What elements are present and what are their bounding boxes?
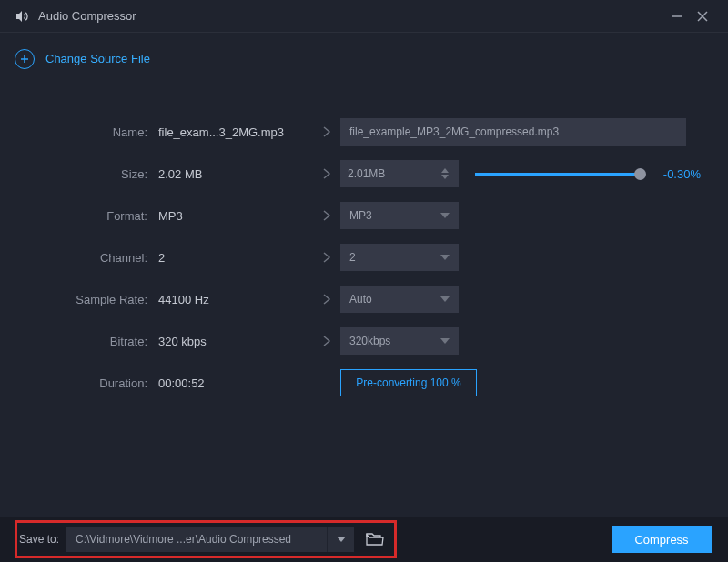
channel-value: 2 [158, 251, 313, 265]
source-file-bar: Change Source File [0, 33, 728, 85]
sample-rate-label: Sample Rate: [27, 293, 158, 306]
sample-rate-value: 44100 Hz [158, 293, 313, 306]
chevron-down-icon [337, 537, 346, 542]
save-to-path-input[interactable] [66, 527, 327, 552]
chevron-down-icon [440, 296, 450, 302]
name-value: file_exam...3_2MG.mp3 [158, 125, 313, 139]
window-title: Audio Compressor [38, 9, 136, 23]
row-name: Name: file_exam...3_2MG.mp3 [27, 111, 701, 153]
chevron-right-icon [313, 251, 340, 264]
size-value: 2.02 MB [158, 167, 313, 181]
save-to-dropdown[interactable] [327, 527, 354, 552]
save-to-group: Save to: [15, 520, 397, 558]
bitrate-select[interactable]: 320kbps [340, 327, 459, 355]
chevron-right-icon [313, 209, 340, 222]
size-slider[interactable] [475, 165, 640, 183]
preconvert-button[interactable]: Pre-converting 100 % [340, 369, 477, 396]
row-format: Format: MP3 MP3 [27, 195, 701, 236]
chevron-down-icon [440, 255, 450, 260]
change-source-file-link[interactable]: Change Source File [46, 52, 150, 65]
stepper-down-icon[interactable] [439, 175, 451, 180]
bitrate-select-value: 320kbps [349, 335, 390, 347]
format-select-value: MP3 [349, 209, 372, 222]
stepper-up-icon[interactable] [439, 168, 451, 174]
size-percent: -0.30% [663, 167, 701, 181]
svg-marker-6 [441, 175, 449, 179]
format-label: Format: [27, 209, 158, 223]
main-form: Name: file_exam...3_2MG.mp3 Size: 2.02 M… [0, 85, 728, 404]
sample-rate-select-value: Auto [349, 293, 372, 306]
titlebar: Audio Compressor [0, 0, 728, 33]
chevron-right-icon [313, 335, 340, 347]
minimize-button[interactable] [664, 4, 690, 29]
chevron-down-icon [440, 213, 450, 218]
close-button[interactable] [690, 4, 715, 29]
size-label: Size: [27, 167, 158, 181]
slider-thumb[interactable] [634, 168, 646, 180]
sample-rate-select[interactable]: Auto [340, 286, 459, 313]
row-channel: Channel: 2 2 [27, 236, 701, 278]
output-name-input[interactable] [340, 118, 686, 146]
channel-select-value: 2 [349, 251, 356, 264]
open-folder-button[interactable] [361, 527, 389, 552]
row-bitrate: Bitrate: 320 kbps 320kbps [27, 320, 701, 362]
add-icon[interactable] [15, 49, 35, 69]
format-value: MP3 [158, 209, 313, 223]
channel-label: Channel: [27, 251, 158, 265]
svg-marker-5 [441, 168, 449, 173]
save-to-label: Save to: [19, 533, 59, 546]
bitrate-label: Bitrate: [27, 335, 158, 348]
compress-button[interactable]: Compress [612, 526, 712, 553]
row-sample-rate: Sample Rate: 44100 Hz Auto [27, 278, 701, 320]
bitrate-value: 320 kbps [158, 335, 313, 348]
chevron-right-icon [313, 293, 340, 306]
duration-value: 00:00:52 [158, 376, 313, 390]
chevron-down-icon [440, 338, 450, 344]
duration-label: Duration: [27, 376, 158, 390]
size-output: 2.01MB [348, 167, 439, 180]
name-label: Name: [27, 125, 158, 139]
channel-select[interactable]: 2 [340, 244, 459, 271]
chevron-right-icon [313, 125, 340, 138]
format-select[interactable]: MP3 [340, 202, 459, 229]
row-size: Size: 2.02 MB 2.01MB -0.30% [27, 153, 701, 195]
row-duration: Duration: 00:00:52 Pre-converting 100 % [27, 362, 701, 404]
size-stepper[interactable]: 2.01MB [340, 160, 459, 187]
footer: Save to: Compress [0, 517, 728, 562]
app-icon [13, 8, 29, 25]
chevron-right-icon [313, 167, 340, 180]
